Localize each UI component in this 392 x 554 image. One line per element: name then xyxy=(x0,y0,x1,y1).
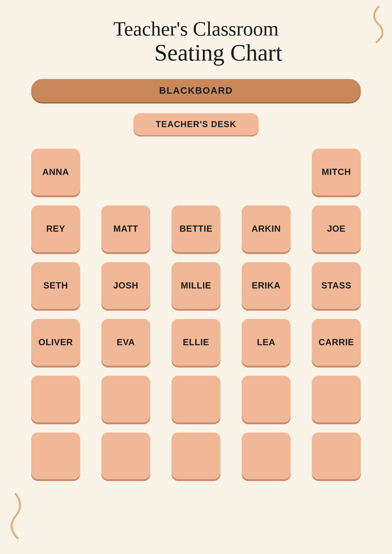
seat-empty-5-5 xyxy=(312,376,361,422)
seat-carrie-label: CARRIE xyxy=(319,337,354,347)
seat-empty-6-3 xyxy=(171,432,221,479)
seat-millie: MILLIE xyxy=(171,262,221,309)
seat-empty-5-1 xyxy=(31,376,80,422)
seating-area: ANNA MITCH REY MATT BETTIE ARKIN JOE xyxy=(18,149,374,479)
seat-rey-label: REY xyxy=(46,224,65,234)
seat-joe: JOE xyxy=(312,205,361,252)
title-area: Teacher's Classroom Seating Chart xyxy=(18,18,374,66)
seat-row-2: REY MATT BETTIE ARKIN JOE xyxy=(31,205,361,252)
seat-oliver: OLIVER xyxy=(31,319,80,366)
seat-rey: REY xyxy=(31,205,80,252)
blackboard-container: BLACKBOARD xyxy=(31,79,361,102)
seat-erika-label: ERIKA xyxy=(252,280,280,291)
seat-row-1: ANNA MITCH xyxy=(31,149,361,195)
seat-mitch: MITCH xyxy=(312,149,361,195)
seat-row-4: OLIVER EVA ELLIE LEA CARRIE xyxy=(31,319,361,366)
curve-bottom-left-decoration xyxy=(9,492,27,541)
seat-eva: EVA xyxy=(101,319,150,366)
seat-seth: SETH xyxy=(31,262,80,309)
seat-bettie: BETTIE xyxy=(171,205,221,252)
seat-oliver-label: OLIVER xyxy=(39,337,73,347)
seat-erika: ERIKA xyxy=(242,262,291,309)
curve-top-right-decoration xyxy=(365,4,383,44)
seat-stass: STASS xyxy=(312,262,361,309)
seat-arkin-label: ARKIN xyxy=(252,224,281,234)
seat-eva-label: EVA xyxy=(117,337,135,347)
seat-bettie-label: BETTIE xyxy=(180,224,212,234)
seat-josh-label: JOSH xyxy=(113,280,139,291)
desk-container: TEACHER'S DESK xyxy=(18,113,374,135)
seat-matt-label: MATT xyxy=(113,224,138,234)
seat-josh: JOSH xyxy=(101,262,150,309)
teachers-desk-label: TEACHER'S DESK xyxy=(156,119,236,129)
seat-mitch-label: MITCH xyxy=(322,167,351,177)
seat-joe-label: JOE xyxy=(327,224,345,234)
seat-empty-6-2 xyxy=(101,432,150,479)
seat-ellie: ELLIE xyxy=(171,319,221,366)
seat-lea: LEA xyxy=(242,319,291,366)
seat-row-6 xyxy=(31,432,361,479)
seat-row-3: SETH JOSH MILLIE ERIKA STASS xyxy=(31,262,361,309)
title-line1: Teacher's Classroom xyxy=(18,18,374,40)
seat-empty-5-4 xyxy=(242,376,291,422)
seat-empty-6-1 xyxy=(31,432,80,479)
seat-anna-label: ANNA xyxy=(42,167,69,177)
page: Teacher's Classroom Seating Chart BLACKB… xyxy=(0,0,392,554)
seat-empty-6-4 xyxy=(242,432,291,479)
seat-lea-label: LEA xyxy=(257,337,275,347)
seat-arkin: ARKIN xyxy=(242,205,291,252)
blackboard-label: BLACKBOARD xyxy=(159,85,233,96)
seat-empty-5-3 xyxy=(171,376,221,422)
teachers-desk: TEACHER'S DESK xyxy=(133,113,259,135)
title-line2: Seating Chart xyxy=(62,40,374,66)
seat-seth-label: SETH xyxy=(43,280,68,291)
seat-matt: MATT xyxy=(101,205,150,252)
seat-millie-label: MILLIE xyxy=(181,280,211,291)
seat-stass-label: STASS xyxy=(321,280,351,291)
seat-empty-5-2 xyxy=(101,376,150,422)
seat-carrie: CARRIE xyxy=(312,319,361,366)
blackboard: BLACKBOARD xyxy=(31,79,361,102)
seat-anna: ANNA xyxy=(31,149,80,195)
seat-ellie-label: ELLIE xyxy=(183,337,209,347)
seat-row-5 xyxy=(31,376,361,422)
seat-empty-6-5 xyxy=(312,432,361,479)
